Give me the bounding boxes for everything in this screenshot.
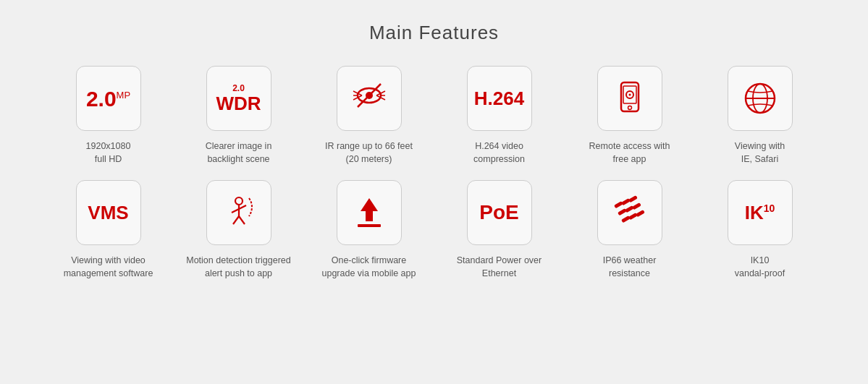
firmware-label: One-click firmwareupgrade via mobile app: [322, 254, 416, 280]
ip66-icon-box: [597, 180, 662, 245]
poe-icon: PoE: [479, 202, 518, 224]
features-grid: 2.0MP 1920x1080full HD 2.0 WDR Clearer i…: [36, 66, 833, 281]
svg-rect-26: [621, 198, 631, 205]
feature-ik10: IK10 IK10vandal-proof: [706, 180, 814, 280]
svg-point-11: [628, 106, 631, 110]
svg-line-20: [239, 205, 246, 209]
feature-motion: Motion detection triggeredalert push to …: [185, 180, 293, 280]
svg-rect-30: [632, 202, 641, 210]
feature-firmware: One-click firmwareupgrade via mobile app: [315, 180, 424, 280]
vms-icon-box: VMS: [76, 180, 141, 245]
weather-icon: [608, 191, 652, 234]
wdr-icon-box: 2.0 WDR: [206, 66, 271, 131]
h264-icon: H.264: [474, 88, 524, 109]
feature-ip66: IP66 weatherresistance: [576, 180, 684, 280]
poe-icon-box: PoE: [467, 180, 532, 245]
remote-label: Remote access withfree app: [589, 140, 670, 166]
svg-rect-33: [636, 210, 645, 217]
motion-label: Motion detection triggeredalert push to …: [186, 254, 291, 280]
h264-label: H.264 videocompression: [473, 140, 525, 166]
upload-icon: [347, 191, 391, 234]
poe-label: Standard Power overEthernet: [457, 254, 542, 280]
feature-vms: VMS Viewing with videomanagement softwar…: [54, 180, 163, 280]
svg-rect-28: [618, 208, 627, 216]
features-row-2: VMS Viewing with videomanagement softwar…: [36, 180, 833, 280]
svg-marker-23: [361, 198, 378, 221]
vms-label: Viewing with videomanagement software: [64, 254, 153, 280]
ik10-icon-box: IK10: [728, 180, 793, 245]
h264-icon-box: H.264: [467, 66, 532, 131]
svg-rect-24: [358, 224, 381, 227]
wdr-label: Clearer image inbacklight scene: [206, 140, 272, 166]
ik10-label: IK10vandal-proof: [735, 254, 785, 280]
megapixel-icon-box: 2.0MP: [76, 66, 141, 131]
ik10-icon: IK10: [745, 202, 775, 223]
svg-point-13: [628, 94, 631, 96]
megapixel-icon: 2.0MP: [86, 87, 130, 111]
svg-rect-27: [628, 195, 638, 202]
ip66-label: IP66 weatherresistance: [603, 254, 657, 280]
svg-line-22: [239, 216, 245, 224]
ir-label: IR range up to 66 feet(20 meters): [325, 140, 413, 166]
globe-icon: [738, 77, 782, 120]
svg-rect-25: [614, 201, 623, 208]
svg-line-21: [233, 216, 239, 224]
page-title: Main Features: [369, 22, 499, 44]
phone-icon: [608, 77, 652, 120]
ie-icon-box: [728, 66, 793, 131]
ir-icon: [347, 77, 391, 120]
features-row-1: 2.0MP 1920x1080full HD 2.0 WDR Clearer i…: [36, 66, 833, 166]
svg-point-17: [235, 197, 243, 205]
feature-poe: PoE Standard Power overEthernet: [445, 180, 554, 280]
motion-icon-box: [206, 180, 271, 245]
megapixel-label: 1920x1080full HD: [86, 140, 131, 166]
feature-ie: Viewing withIE, Safari: [706, 66, 814, 166]
svg-rect-29: [625, 205, 634, 213]
remote-icon-box: [597, 66, 662, 131]
feature-ir: IR range up to 66 feet(20 meters): [315, 66, 424, 166]
firmware-icon-box: [337, 180, 402, 245]
feature-megapixel: 2.0MP 1920x1080full HD: [54, 66, 163, 166]
vms-icon: VMS: [88, 202, 128, 223]
svg-rect-32: [628, 213, 638, 220]
ir-icon-box: [337, 66, 402, 131]
motion-icon: [217, 191, 261, 234]
feature-wdr: 2.0 WDR Clearer image inbacklight scene: [185, 66, 293, 166]
svg-line-19: [232, 209, 239, 213]
feature-remote: Remote access withfree app: [576, 66, 684, 166]
svg-rect-31: [621, 216, 631, 223]
feature-h264: H.264 H.264 videocompression: [445, 66, 554, 166]
wdr-icon: 2.0 WDR: [216, 84, 261, 112]
ie-label: Viewing withIE, Safari: [735, 140, 785, 166]
